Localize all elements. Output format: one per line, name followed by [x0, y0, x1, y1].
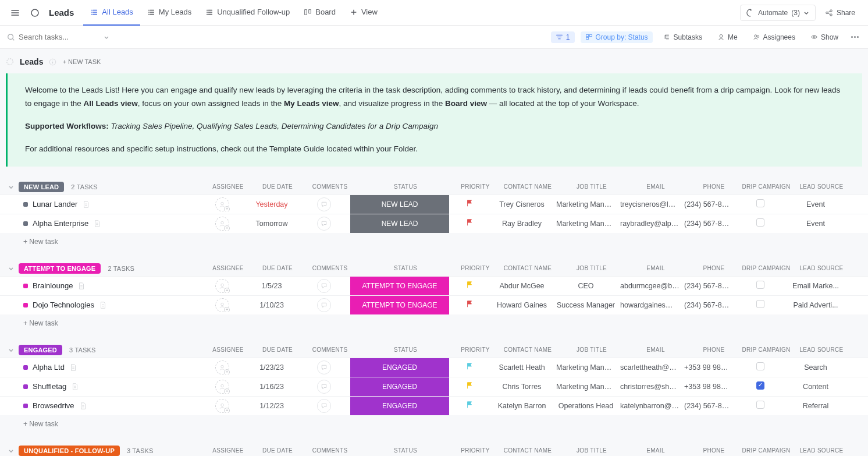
task-name[interactable]: Brainlounge	[33, 281, 73, 290]
assignee-cell[interactable]: +	[199, 217, 246, 231]
assignee-add-icon[interactable]: +	[215, 217, 229, 231]
job-title-cell[interactable]: Marketing Manager	[554, 363, 618, 372]
list-icon[interactable]	[27, 5, 43, 21]
source-cell[interactable]: Event	[787, 200, 845, 208]
priority-cell[interactable]	[449, 199, 490, 209]
group-status-chip[interactable]: ENGAGED	[19, 345, 62, 355]
phone-cell[interactable]: (234) 567-8901	[682, 200, 734, 208]
status-pill[interactable]: NEW LEAD	[350, 214, 449, 233]
due-date-cell[interactable]: Tomorrow	[246, 220, 298, 228]
drip-checkbox[interactable]	[756, 362, 764, 370]
priority-flag-icon[interactable]	[465, 300, 474, 308]
comments-cell[interactable]	[298, 360, 350, 374]
email-cell[interactable]: scarlettheath@alphal	[618, 363, 682, 372]
chevron-down-icon[interactable]	[104, 34, 109, 40]
comments-cell[interactable]	[298, 298, 350, 312]
comment-icon[interactable]	[317, 399, 331, 413]
contact-cell[interactable]: Howard Gaines	[490, 301, 554, 309]
group-status-chip[interactable]: NEW LEAD	[19, 182, 64, 192]
priority-cell[interactable]	[449, 401, 490, 411]
group-by-button[interactable]: Group by: Status	[581, 31, 653, 43]
search-input[interactable]	[19, 33, 100, 41]
phone-cell[interactable]: (234) 567-8901	[682, 301, 734, 309]
drip-checkbox[interactable]	[756, 281, 764, 289]
job-title-cell[interactable]: CEO	[554, 282, 618, 290]
automate-button[interactable]: Automate (3)	[740, 5, 816, 21]
due-date-cell[interactable]: 1/12/23	[246, 402, 298, 410]
group-collapse-icon[interactable]	[6, 263, 16, 274]
comment-icon[interactable]	[317, 279, 331, 293]
source-cell[interactable]: Content	[787, 383, 845, 391]
phone-cell[interactable]: +353 98 98999	[682, 363, 734, 372]
group-status-chip[interactable]: UNQUALIFIED - FOLLOW-UP	[19, 446, 120, 456]
priority-cell[interactable]	[449, 300, 490, 310]
description-icon[interactable]	[77, 282, 86, 290]
source-cell[interactable]: Search	[787, 363, 845, 372]
new-task-row[interactable]: + New task	[0, 314, 868, 332]
table-row[interactable]: Dojo Technologies+1/10/23ATTEMPT TO ENGA…	[0, 295, 868, 314]
contact-cell[interactable]: Abdur McGee	[490, 282, 554, 290]
view-tab-all-leads[interactable]: All Leads	[83, 0, 140, 26]
email-cell[interactable]: abdurmcgee@brainlo	[618, 282, 682, 290]
priority-cell[interactable]	[449, 362, 490, 372]
phone-cell[interactable]: (234) 567-8901	[682, 220, 734, 228]
comments-cell[interactable]	[298, 380, 350, 394]
source-cell[interactable]: Email Marke...	[787, 282, 845, 290]
comments-cell[interactable]	[298, 279, 350, 293]
job-title-cell[interactable]: Marketing Manager	[554, 200, 618, 208]
email-cell[interactable]: treycisneros@lunarla	[618, 200, 682, 208]
task-name[interactable]: Browsedrive	[33, 401, 74, 410]
task-name[interactable]: Alpha Enterprise	[33, 219, 88, 228]
me-button[interactable]: Me	[713, 31, 742, 43]
comments-cell[interactable]	[298, 217, 350, 231]
job-title-cell[interactable]: Marketing Manager	[554, 220, 618, 228]
comment-icon[interactable]	[317, 360, 331, 374]
priority-flag-icon[interactable]	[465, 281, 474, 289]
drip-cell[interactable]	[734, 401, 787, 411]
priority-cell[interactable]	[449, 218, 490, 228]
show-button[interactable]: Show	[806, 31, 843, 43]
group-status-chip[interactable]: ATTEMPT TO ENGAGE	[19, 263, 101, 274]
email-cell[interactable]: raybradley@alphaent	[618, 220, 682, 228]
new-task-row[interactable]: + New task	[0, 415, 868, 433]
source-cell[interactable]: Paid Adverti...	[787, 301, 845, 309]
drip-cell[interactable]	[734, 281, 787, 291]
description-icon[interactable]	[93, 220, 101, 228]
due-date-cell[interactable]: 1/16/23	[246, 383, 298, 391]
comment-icon[interactable]	[317, 298, 331, 312]
drip-checkbox[interactable]	[756, 381, 764, 390]
new-task-button[interactable]: + NEW TASK	[62, 58, 101, 65]
phone-cell[interactable]: (234) 567-8901	[682, 282, 734, 290]
assignee-add-icon[interactable]: +	[215, 197, 229, 211]
drip-cell[interactable]	[734, 199, 787, 209]
view-tab-view[interactable]: View	[343, 0, 385, 26]
priority-flag-icon[interactable]	[465, 199, 474, 207]
status-pill[interactable]: ENGAGED	[350, 377, 449, 396]
job-title-cell[interactable]: Success Manager	[554, 301, 618, 309]
view-tab-unqualified-follow-up[interactable]: Unqualified Follow-up	[198, 0, 297, 26]
due-date-cell[interactable]: 1/23/23	[246, 363, 298, 372]
source-cell[interactable]: Event	[787, 220, 845, 228]
table-row[interactable]: Lunar Lander+YesterdayNEW LEADTrey Cisne…	[0, 195, 868, 214]
drip-checkbox[interactable]	[756, 401, 764, 409]
assignee-cell[interactable]: +	[199, 279, 246, 293]
drip-checkbox[interactable]	[756, 300, 764, 308]
table-row[interactable]: Alpha Enterprise+TomorrowNEW LEADRay Bra…	[0, 214, 868, 233]
assignee-cell[interactable]: +	[199, 298, 246, 312]
description-icon[interactable]	[71, 383, 79, 391]
share-button[interactable]: Share	[819, 5, 861, 21]
assignee-cell[interactable]: +	[199, 360, 246, 374]
assignee-cell[interactable]: +	[199, 197, 246, 211]
task-name[interactable]: Lunar Lander	[33, 200, 77, 208]
group-collapse-icon[interactable]	[6, 345, 16, 355]
job-title-cell[interactable]: Marketing Manager	[554, 383, 618, 391]
assignee-cell[interactable]: +	[199, 380, 246, 394]
source-cell[interactable]: Referral	[787, 402, 845, 410]
email-cell[interactable]: christorres@shufflet	[618, 383, 682, 391]
comment-icon[interactable]	[317, 197, 331, 211]
job-title-cell[interactable]: Operations Head	[554, 402, 618, 410]
priority-cell[interactable]	[449, 281, 490, 291]
contact-cell[interactable]: Trey Cisneros	[490, 200, 554, 208]
priority-flag-icon[interactable]	[465, 362, 474, 370]
status-pill[interactable]: ENGAGED	[350, 397, 449, 415]
